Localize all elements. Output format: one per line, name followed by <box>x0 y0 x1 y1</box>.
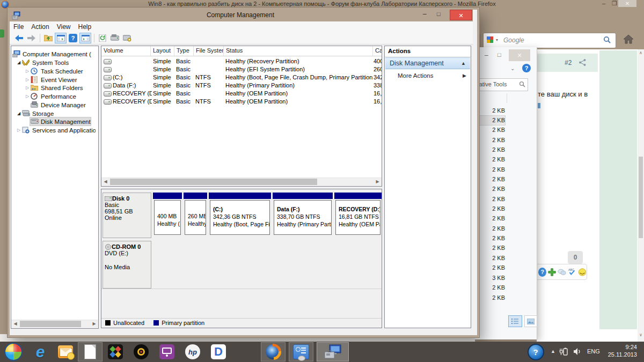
column-header-volume[interactable]: Volume <box>101 46 151 56</box>
partition-recovery-d[interactable]: RECOVERY (D:) 16,81 GB NTFS Healthy (OEM… <box>334 193 382 235</box>
help-button[interactable]: ? <box>67 33 79 43</box>
home-button-icon[interactable] <box>623 33 634 45</box>
taskbar-outlook[interactable] <box>53 342 78 361</box>
up-one-level-button[interactable] <box>42 33 54 43</box>
tree-item-services-and-applications[interactable]: ▷ Services and Applications <box>11 126 96 134</box>
tree-horizontal-scrollbar[interactable]: ◀ ▶ <box>11 320 98 328</box>
more-actions-item[interactable]: More Actions ▶ <box>385 71 471 80</box>
share-icon[interactable] <box>579 58 587 67</box>
tree-item-system-tools[interactable]: ◢ System Tools <box>11 58 69 67</box>
scroll-down-icon[interactable]: ∨ <box>638 333 644 337</box>
tree-item-performance[interactable]: ▷ Performance <box>11 92 76 100</box>
collapse-caret-icon[interactable]: ▲ <box>461 61 466 66</box>
taskbar-screen-share-app[interactable] <box>155 342 179 361</box>
volume-speaker-icon[interactable] <box>573 348 582 356</box>
partition-c[interactable]: (C:) 342,36 GB NTFS Healthy (Boot, Page … <box>209 193 271 235</box>
help-smiley-icon[interactable]: ? <box>538 268 546 277</box>
expanded-twisty-icon[interactable]: ◢ <box>16 111 22 116</box>
list-item[interactable]: 2 KB <box>476 106 505 115</box>
collapsed-twisty-icon[interactable]: ▷ <box>24 85 31 90</box>
disk0-label-cell[interactable]: Disk 0 Basic 698,51 GB Online <box>103 193 151 238</box>
taskbar-firefox[interactable] <box>261 342 286 361</box>
menu-view[interactable]: View <box>53 22 75 32</box>
scroll-left-icon[interactable]: ◀ <box>12 321 19 327</box>
column-header-layout[interactable]: Layout <box>151 46 174 56</box>
show-console-tree-button[interactable] <box>55 33 67 43</box>
tray-clock-time[interactable]: 9:24 <box>604 344 637 350</box>
explorer-search-value[interactable]: rative Tools <box>477 81 517 87</box>
search-engine-dropdown-arrow-icon[interactable]: ▾ <box>496 38 498 42</box>
power-battery-icon[interactable] <box>559 347 569 357</box>
tree-item-shared-folders[interactable]: ▷ Shared Folders <box>11 84 83 92</box>
list-item[interactable]: 2 KB <box>476 224 505 233</box>
spellcheck-icon[interactable]: ABC <box>568 268 576 276</box>
start-button[interactable] <box>1 342 26 361</box>
table-row[interactable]: Data (F:) Simple Basic NTFS Healthy (Pri… <box>101 82 382 90</box>
list-item[interactable]: 3 KB <box>476 274 505 283</box>
column-header-file-system[interactable]: File System <box>194 46 224 56</box>
chat-bubbles-icon[interactable] <box>558 268 566 276</box>
collapsed-twisty-icon[interactable]: ▷ <box>24 94 31 99</box>
scroll-right-icon[interactable]: ▶ <box>374 179 381 185</box>
table-row[interactable]: RECOVERY (D:) Simple Basic Healthy (OEM … <box>101 90 382 98</box>
tree-item-task-scheduler[interactable]: ▷ Task Scheduler <box>11 67 83 75</box>
tray-clock-date[interactable]: 25.11.2013 <box>597 351 637 358</box>
column-header-status[interactable]: Status <box>224 46 373 56</box>
collapsed-twisty-icon[interactable]: ▷ <box>24 77 31 82</box>
scroll-up-icon[interactable]: ∧ <box>638 50 644 55</box>
disk-properties-button[interactable] <box>109 33 121 43</box>
cm-maximize-button[interactable]: □ <box>437 11 441 17</box>
expanded-twisty-icon[interactable]: ◢ <box>16 60 22 65</box>
taskbar-d-player-app[interactable]: D <box>206 342 231 361</box>
taskbar-document-app[interactable] <box>78 342 103 361</box>
smiley-icon[interactable] <box>578 268 587 277</box>
scrollbar-thumb[interactable] <box>20 321 81 327</box>
firefox-minimize-button[interactable]: – <box>602 0 605 6</box>
taskbar-administrative-tools[interactable] <box>289 342 313 361</box>
taskbar-computer-management-active[interactable] <box>317 342 349 361</box>
list-item[interactable]: 2 KB <box>476 125 505 135</box>
tree-item-storage[interactable]: ◢ Storage <box>11 109 54 117</box>
cm-titlebar[interactable]: Computer Management – □ ✕ <box>10 10 473 21</box>
menu-action[interactable]: Action <box>27 22 53 32</box>
menu-help[interactable]: Help <box>75 22 96 32</box>
collapsed-twisty-icon[interactable]: ▷ <box>24 69 31 73</box>
list-item[interactable]: 2 KB <box>476 263 505 272</box>
list-item[interactable]: 2 KB <box>476 184 505 194</box>
list-item[interactable]: 2 KB <box>476 145 505 154</box>
tree-item-event-viewer[interactable]: ▷ Event Viewer <box>11 76 77 84</box>
list-item[interactable]: 2 KB <box>476 195 505 204</box>
cm-close-button[interactable]: ✕ <box>450 10 472 20</box>
firefox-search-box[interactable]: ▾ Google <box>483 33 616 48</box>
explorer-search-box[interactable]: rative Tools <box>475 78 528 91</box>
list-item-selected[interactable]: 2 KB <box>476 116 505 125</box>
list-item[interactable]: 2 KB <box>476 175 505 184</box>
list-item[interactable]: 2 KB <box>476 155 505 164</box>
column-header-capacity[interactable]: Cap <box>373 46 382 56</box>
forward-button[interactable] <box>25 33 37 43</box>
tray-help-app[interactable]: ? <box>526 342 545 361</box>
page-scrollbar[interactable]: ∧ ∨ <box>638 49 644 342</box>
menu-file[interactable]: File <box>10 22 27 32</box>
search-placeholder[interactable]: Google <box>503 36 524 44</box>
partition-data-f[interactable]: Data (F:) 338,70 GB NTFS Healthy (Primar… <box>273 193 333 235</box>
taskbar-hp-app[interactable]: hp <box>180 342 205 361</box>
explorer-search-magnifier-icon[interactable] <box>519 81 526 88</box>
page-scrollbar-thumb[interactable] <box>639 157 643 238</box>
cdrom-label-cell[interactable]: CD-ROM 0 DVD (E:) No Media <box>103 241 151 289</box>
explorer-minimize-button[interactable]: – <box>485 51 488 59</box>
search-magnifier-icon[interactable] <box>603 36 611 44</box>
back-button[interactable] <box>13 33 25 43</box>
column-header-type[interactable]: Type <box>174 46 194 56</box>
list-item[interactable]: 2 KB <box>476 243 505 253</box>
collapsed-twisty-icon[interactable]: ▷ <box>16 128 22 132</box>
list-item[interactable]: 2 KB <box>476 254 505 263</box>
add-icon[interactable] <box>548 268 556 277</box>
actions-group-disk-management[interactable]: Disk Management ▲ <box>385 57 470 69</box>
thumbnail-view-button[interactable] <box>524 315 537 327</box>
list-item[interactable]: 2 KB <box>476 234 505 243</box>
table-row[interactable]: (C:) Simple Basic NTFS Healthy (Boot, Pa… <box>101 73 382 82</box>
scroll-right-icon[interactable]: ▶ <box>91 321 98 327</box>
refresh-button[interactable] <box>97 33 108 43</box>
firefox-restore-button[interactable]: ❐ <box>612 0 617 6</box>
